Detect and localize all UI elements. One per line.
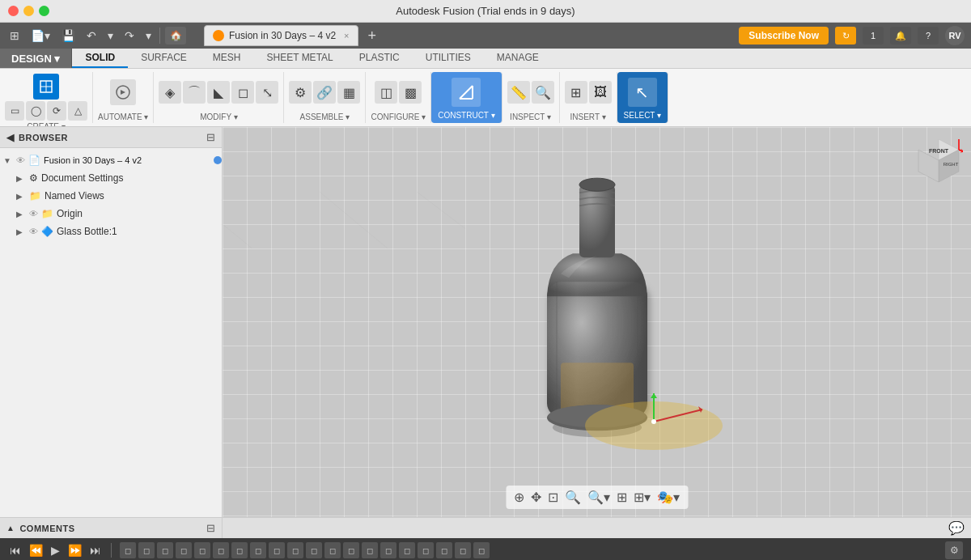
browser-expand-btn[interactable]: ⊟ xyxy=(206,131,215,143)
feature-12[interactable]: ◻ xyxy=(324,542,341,558)
feature-3[interactable]: ◻ xyxy=(157,542,173,558)
feature-11[interactable]: ◻ xyxy=(306,542,322,558)
new-component-btn[interactable]: ⚙ xyxy=(289,81,312,104)
orbit-btn[interactable]: ⊕ xyxy=(512,488,526,507)
zoom-btn[interactable]: 🔍 xyxy=(563,488,583,507)
insert-btn2[interactable]: 🖼 xyxy=(589,81,612,104)
tree-item-named-views[interactable]: ▶ 📁 Named Views xyxy=(0,187,222,205)
timeline-play-btn[interactable]: ▶ xyxy=(49,542,61,558)
select-btn[interactable]: ↖ xyxy=(628,78,657,107)
new-tab-btn[interactable]: + xyxy=(363,28,382,45)
zoom-dropdown-btn[interactable]: 🔍▾ xyxy=(586,488,612,507)
tab-solid[interactable]: SOLID xyxy=(72,49,128,68)
refresh-btn[interactable]: ↻ xyxy=(835,27,856,45)
user-avatar[interactable]: RV xyxy=(945,26,965,45)
root-eye[interactable]: 👁 xyxy=(16,155,25,165)
browser-header: ◀ BROWSER ⊟ xyxy=(0,127,222,148)
feature-15[interactable]: ◻ xyxy=(380,542,396,558)
create-main-btn[interactable] xyxy=(33,74,59,100)
feature-9[interactable]: ◻ xyxy=(269,542,285,558)
configure-btn2[interactable]: ▩ xyxy=(399,81,422,104)
tree-item-origin[interactable]: ▶ 👁 📁 Origin xyxy=(0,205,222,223)
minimize-window-btn[interactable] xyxy=(23,6,34,16)
inspect-btn[interactable]: 🔍 xyxy=(532,81,554,104)
zoom-fit-btn[interactable]: ⊡ xyxy=(546,488,560,507)
feature-4[interactable]: ◻ xyxy=(176,542,192,558)
chat-icon[interactable]: 💬 xyxy=(948,520,965,536)
display-mode-btn[interactable]: ⊞ xyxy=(615,488,629,507)
redo-dropdown-btn[interactable]: ▾ xyxy=(142,28,155,44)
fillet-btn[interactable]: ⌒ xyxy=(183,81,206,104)
root-arrow: ▼ xyxy=(3,156,13,165)
shell-btn[interactable]: ◻ xyxy=(231,81,254,104)
joint-btn[interactable]: 🔗 xyxy=(313,81,336,104)
construct-btn[interactable] xyxy=(452,78,481,107)
design-button[interactable]: DESIGN ▾ xyxy=(0,49,72,68)
loft-btn[interactable]: △ xyxy=(68,101,87,121)
feature-14[interactable]: ◻ xyxy=(362,542,378,558)
redo-btn[interactable]: ↷ xyxy=(121,28,138,44)
assemble-btn[interactable]: ▦ xyxy=(337,81,360,104)
feature-7[interactable]: ◻ xyxy=(231,542,248,558)
notifications-btn[interactable]: 🔔 xyxy=(890,27,911,45)
configure-btn1[interactable]: ◫ xyxy=(375,81,397,104)
undo-dropdown-btn[interactable]: ▾ xyxy=(104,28,117,44)
sweep-btn[interactable]: ⟳ xyxy=(47,101,66,121)
origin-eye[interactable]: 👁 xyxy=(29,209,38,218)
feature-2[interactable]: ◻ xyxy=(138,542,155,558)
insert-btn1[interactable]: ⊞ xyxy=(565,81,587,104)
feature-10[interactable]: ◻ xyxy=(287,542,303,558)
timeline-settings-btn[interactable]: ⚙ xyxy=(945,541,963,559)
tab-close-btn[interactable]: × xyxy=(344,31,349,40)
tree-item-root[interactable]: ▼ 👁 📄 Fusion in 30 Days – 4 v2 xyxy=(0,151,222,169)
notification-badge[interactable]: 1 xyxy=(863,27,884,45)
close-window-btn[interactable] xyxy=(8,6,19,16)
feature-20[interactable]: ◻ xyxy=(473,542,490,558)
viewport[interactable]: FRONT RIGHT X ⊕ ✥ ⊡ 🔍 🔍▾ ⊞ ⊞▾ 🎭▾ xyxy=(223,127,971,517)
press-pull-btn[interactable]: ◈ xyxy=(159,81,181,104)
tab-utilities[interactable]: UTILITIES xyxy=(413,49,484,68)
effects-btn[interactable]: 🎭▾ xyxy=(655,488,681,507)
tree-item-glass-bottle[interactable]: ▶ 👁 🔷 Glass Bottle:1 xyxy=(0,223,222,240)
subscribe-button[interactable]: Subscribe Now xyxy=(739,27,829,45)
feature-1[interactable]: ◻ xyxy=(120,542,136,558)
tab-sheet-metal[interactable]: SHEET METAL xyxy=(254,49,346,68)
home-btn[interactable]: 🏠 xyxy=(165,27,186,45)
display-dropdown-btn[interactable]: ⊞▾ xyxy=(632,488,652,507)
feature-19[interactable]: ◻ xyxy=(455,542,471,558)
apps-btn[interactable]: ⊞ xyxy=(6,28,23,44)
measure-btn[interactable]: 📏 xyxy=(507,81,530,104)
ribbon-group-select: ↖ SELECT ▾ xyxy=(617,72,669,123)
feature-13[interactable]: ◻ xyxy=(343,542,359,558)
tab-plastic[interactable]: PLASTIC xyxy=(346,49,413,68)
view-cube[interactable]: FRONT RIGHT X xyxy=(914,135,963,184)
timeline-prev-btn[interactable]: ⏪ xyxy=(28,542,45,558)
tab-manage[interactable]: MANAGE xyxy=(484,49,552,68)
feature-8[interactable]: ◻ xyxy=(250,542,266,558)
feature-6[interactable]: ◻ xyxy=(213,542,229,558)
automate-btn[interactable] xyxy=(110,79,136,105)
timeline-next-end-btn[interactable]: ⏭ xyxy=(88,542,103,558)
tree-item-doc-settings[interactable]: ▶ ⚙ Document Settings xyxy=(0,169,222,187)
feature-17[interactable]: ◻ xyxy=(418,542,434,558)
extrude-btn[interactable]: ▭ xyxy=(5,101,24,121)
feature-18[interactable]: ◻ xyxy=(436,542,452,558)
feature-5[interactable]: ◻ xyxy=(194,542,210,558)
chamfer-btn[interactable]: ◣ xyxy=(207,81,230,104)
help-btn[interactable]: ? xyxy=(918,27,939,45)
tab-mesh[interactable]: MESH xyxy=(200,49,254,68)
maximize-window-btn[interactable] xyxy=(39,6,49,16)
save-btn[interactable]: 💾 xyxy=(58,28,78,44)
tab-surface[interactable]: SURFACE xyxy=(128,49,200,68)
file-btn[interactable]: 📄▾ xyxy=(28,28,53,44)
pan-btn[interactable]: ✥ xyxy=(529,488,543,507)
timeline-prev-start-btn[interactable]: ⏮ xyxy=(8,542,23,558)
undo-btn[interactable]: ↶ xyxy=(83,28,100,44)
active-tab[interactable]: Fusion in 30 Days – 4 v2 × xyxy=(204,25,358,46)
feature-16[interactable]: ◻ xyxy=(399,542,415,558)
revolve-btn[interactable]: ◯ xyxy=(26,101,45,121)
scale-btn[interactable]: ⤡ xyxy=(256,81,278,104)
comments-expand-btn[interactable]: ⊟ xyxy=(206,522,215,534)
timeline-next-btn[interactable]: ⏩ xyxy=(66,542,83,558)
glass-bottle-eye[interactable]: 👁 xyxy=(29,227,38,236)
